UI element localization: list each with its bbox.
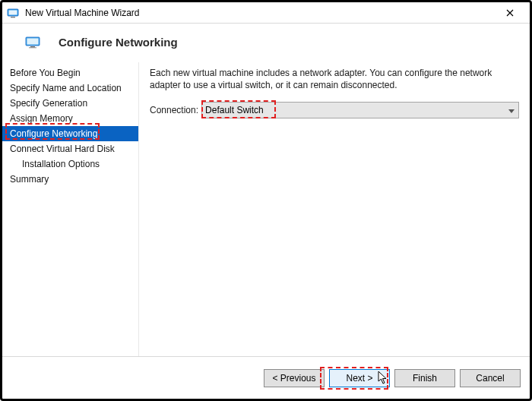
monitor-icon (25, 36, 40, 49)
previous-button[interactable]: < Previous (264, 369, 325, 387)
svg-rect-1 (9, 10, 17, 14)
step-specify-generation[interactable]: Specify Generation (2, 96, 138, 111)
wizard-window: New Virtual Machine Wizard Configure Net… (0, 0, 532, 401)
window-title: New Virtual Machine Wizard (25, 8, 495, 18)
connection-label: Connection: (150, 105, 198, 115)
svg-rect-6 (29, 47, 36, 48)
svg-rect-4 (27, 38, 39, 44)
step-before-you-begin[interactable]: Before You Begin (2, 65, 138, 81)
wizard-content: Each new virtual machine includes a netw… (139, 62, 530, 356)
wizard-footer: < Previous Next > Finish Cancel (2, 356, 530, 399)
step-installation-options[interactable]: Installation Options (2, 156, 138, 172)
wizard-app-icon (7, 7, 19, 19)
description-text: Each new virtual machine includes a netw… (150, 67, 519, 91)
step-assign-memory[interactable]: Assign Memory (2, 111, 138, 126)
svg-rect-2 (11, 17, 15, 17)
main-area: Before You Begin Specify Name and Locati… (2, 62, 530, 356)
connection-row: Connection: Default Switch (150, 102, 519, 118)
step-configure-networking[interactable]: Configure Networking (2, 126, 138, 141)
page-heading: Configure Networking (59, 36, 178, 49)
step-specify-name-location[interactable]: Specify Name and Location (2, 81, 138, 96)
connection-select[interactable]: Default Switch (201, 102, 519, 118)
step-connect-vhd[interactable]: Connect Virtual Hard Disk (2, 141, 138, 156)
svg-rect-5 (30, 46, 35, 47)
next-button[interactable]: Next > (329, 369, 390, 387)
step-summary[interactable]: Summary (2, 172, 138, 187)
close-button[interactable] (495, 2, 525, 24)
page-header: Configure Networking (2, 24, 530, 62)
title-bar: New Virtual Machine Wizard (2, 2, 530, 24)
wizard-steps-sidebar: Before You Begin Specify Name and Locati… (2, 62, 139, 356)
finish-button[interactable]: Finish (394, 369, 455, 387)
cancel-button[interactable]: Cancel (460, 369, 521, 387)
connection-select-wrap: Default Switch (201, 102, 519, 118)
